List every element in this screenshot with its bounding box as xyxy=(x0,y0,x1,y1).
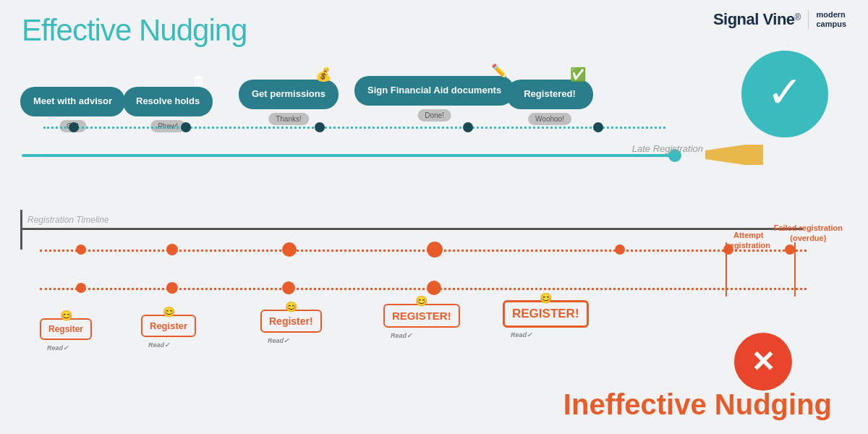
orange-dot-3 xyxy=(282,242,297,257)
orange-msg-2: 😊 Register Read✓ xyxy=(141,315,196,337)
logo-area: Signal Vine® moderncampus xyxy=(713,10,846,29)
reg-timeline-hline xyxy=(20,228,803,230)
page-title: Effective Nudging xyxy=(22,13,247,48)
svg-marker-0 xyxy=(705,145,763,165)
orange-dotted-bottom xyxy=(40,288,807,290)
check-icon: ✓ xyxy=(767,71,803,114)
modern-campus-logo: moderncampus xyxy=(808,10,846,29)
emoji-4: 😊 xyxy=(415,295,427,307)
orange-msg-4: 😊 REGISTER! Read✓ xyxy=(383,304,460,328)
ineffective-nudging-title: Ineffective Nudging xyxy=(563,388,832,421)
orange-dot-2 xyxy=(166,244,178,255)
orange-dot-7 xyxy=(785,244,795,255)
nudge-card-meet-advisor: Meet with advisor OK! xyxy=(20,87,125,116)
orange-dot-b3 xyxy=(282,281,295,294)
pencil-icon: ✏️ xyxy=(491,63,507,80)
reg-timeline-label: Registration Timeline xyxy=(27,215,109,225)
orange-dotted-top xyxy=(40,250,807,252)
orange-dot-b1 xyxy=(76,283,86,293)
timeline-dot-1 xyxy=(69,122,79,132)
emoji-3: 😊 xyxy=(285,301,297,312)
teal-solid-timeline xyxy=(22,154,680,157)
timeline-dot-2 xyxy=(181,122,191,132)
calendar-icon: 🗓 xyxy=(192,74,205,90)
orange-msg-3: 😊 Register! Read✓ xyxy=(260,310,322,333)
horn-icon xyxy=(705,145,763,168)
orange-dot-b4 xyxy=(427,281,441,295)
orange-dot-1 xyxy=(76,244,86,255)
timeline-dot-3 xyxy=(315,122,325,132)
nudge-card-get-permissions: 💰 Get permissions Thanks! xyxy=(239,80,339,109)
fail-x-circle: ✕ xyxy=(734,333,792,391)
timeline-dot-4 xyxy=(463,122,473,132)
x-icon: ✕ xyxy=(751,347,775,376)
nudge-card-registered: ✅ Registered! Woohoo! xyxy=(506,80,593,109)
emoji-5: 😊 xyxy=(540,292,552,304)
timeline-dot-5 xyxy=(593,122,603,132)
failed-vline xyxy=(794,242,796,297)
late-registration-label: Late Registration xyxy=(632,143,703,154)
checkbox-icon: ✅ xyxy=(570,67,586,83)
money-icon: 💰 xyxy=(315,67,331,83)
teal-dotted-timeline-top xyxy=(43,127,665,129)
success-check-circle: ✓ xyxy=(741,51,828,137)
orange-msg-1: 😊 Regsiter Read✓ xyxy=(40,318,92,340)
orange-dot-4 xyxy=(427,242,443,258)
signal-vine-logo: Signal Vine® xyxy=(713,10,801,29)
emoji-2: 😊 xyxy=(163,306,175,318)
failed-registration-label: Failed registration(overdue) xyxy=(774,223,843,244)
nudge-card-sign-fa: ✏️ Sign Financial Aid documents Done! xyxy=(354,76,514,106)
orange-msg-5: 😊 REGISTER! Read✓ xyxy=(503,300,589,328)
orange-dot-5 xyxy=(615,244,625,255)
orange-dot-b2 xyxy=(166,282,178,294)
nudge-card-resolve-holds: 🗓 Resolve holds Phew! xyxy=(123,87,213,116)
emoji-1: 😊 xyxy=(60,310,72,321)
attempt-registration-label: Attemptregistration xyxy=(726,230,770,251)
